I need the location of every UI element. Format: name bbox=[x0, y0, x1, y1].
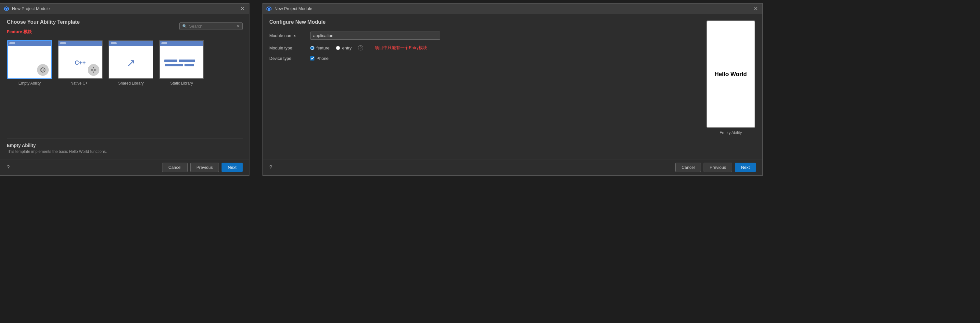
module-name-input[interactable] bbox=[310, 32, 440, 40]
preview-template-label: Empty Ability bbox=[719, 130, 742, 135]
svg-point-12 bbox=[92, 69, 95, 71]
cpp-label: C++ bbox=[75, 59, 86, 66]
device-type-row: Device type: Phone bbox=[269, 56, 756, 61]
radio-feature-input[interactable] bbox=[310, 46, 315, 50]
module-name-row: Module name: bbox=[269, 32, 756, 40]
radio-feature-label: feature bbox=[317, 46, 329, 50]
template-thumb-shared-library: ↗ bbox=[108, 40, 153, 79]
titlebar-left: New Project Module bbox=[3, 6, 50, 12]
search-bar: 🔍 ✕ bbox=[179, 22, 243, 30]
search-icon: 🔍 bbox=[182, 24, 187, 29]
right-footer-buttons: Cancel Previous Next bbox=[675, 163, 756, 172]
svg-point-16 bbox=[95, 70, 96, 70]
shared-icon: ↗ bbox=[127, 57, 135, 69]
svg-point-14 bbox=[93, 72, 94, 72]
template-card-shared-library[interactable]: ↗ Shared Library bbox=[108, 40, 154, 86]
template-name-shared-library: Shared Library bbox=[118, 81, 144, 86]
device-phone-checkbox[interactable] bbox=[310, 56, 315, 61]
right-dialog-content: Configure New Module Module name: Module… bbox=[263, 14, 762, 159]
preview-hello-text: Hello World bbox=[714, 71, 747, 78]
template-card-static-library[interactable]: Static Library bbox=[159, 40, 204, 86]
module-type-row: Module type: feature entry ? 项目中只能有一个Ent… bbox=[269, 45, 756, 51]
right-dialog-footer: ? Cancel Previous Next bbox=[263, 159, 762, 175]
left-dialog-close-button[interactable]: ✕ bbox=[239, 6, 246, 12]
right-titlebar-left: New Project Module bbox=[266, 6, 312, 12]
svg-point-11 bbox=[41, 71, 42, 72]
search-input[interactable] bbox=[189, 24, 234, 29]
left-dialog-footer: ? Cancel Previous Next bbox=[0, 159, 249, 175]
svg-point-9 bbox=[44, 71, 45, 72]
module-type-label: Module type: bbox=[269, 46, 305, 50]
desc-text: This template implements the basic Hello… bbox=[7, 149, 243, 154]
right-help-icon[interactable]: ? bbox=[269, 165, 272, 170]
device-phone-label: Phone bbox=[317, 56, 329, 61]
left-previous-button[interactable]: Previous bbox=[190, 163, 219, 172]
right-dialog-title: New Project Module bbox=[274, 6, 312, 11]
module-name-label: Module name: bbox=[269, 33, 305, 38]
template-card-native-cpp[interactable]: C++ Native C++ bbox=[57, 40, 103, 86]
app-icon bbox=[3, 6, 10, 12]
preview-phone-frame: Hello World bbox=[706, 21, 755, 128]
svg-point-7 bbox=[45, 70, 46, 70]
right-dialog: New Project Module ✕ Configure New Modul… bbox=[262, 3, 763, 176]
left-help-icon[interactable]: ? bbox=[7, 165, 10, 170]
svg-point-4 bbox=[43, 67, 43, 68]
radio-entry-label: entry bbox=[342, 46, 352, 50]
description-area: Empty Ability This template implements t… bbox=[7, 139, 243, 154]
left-footer-buttons: Cancel Previous Next bbox=[162, 163, 243, 172]
svg-point-15 bbox=[91, 70, 92, 70]
template-name-empty-ability: Empty Ability bbox=[19, 81, 41, 86]
empty-ability-icon bbox=[37, 64, 49, 76]
template-thumb-static-library bbox=[159, 40, 204, 79]
left-dialog: New Project Module ✕ Choose Your Ability… bbox=[0, 3, 250, 176]
svg-point-3 bbox=[42, 69, 44, 71]
module-type-radio-group: feature entry ? 项目中只能有一个Entry模块 bbox=[310, 45, 427, 51]
radio-entry-input[interactable] bbox=[336, 46, 340, 50]
left-dialog-content: Choose Your Ability Template Feature 模块 … bbox=[0, 14, 249, 159]
left-cancel-button[interactable]: Cancel bbox=[162, 163, 188, 172]
template-thumb-empty-ability bbox=[7, 40, 52, 79]
svg-point-10 bbox=[44, 68, 45, 69]
right-app-icon bbox=[266, 6, 272, 12]
radio-feature[interactable]: feature bbox=[310, 46, 329, 50]
right-previous-button[interactable]: Previous bbox=[703, 163, 732, 172]
svg-point-13 bbox=[93, 67, 94, 68]
module-type-help-icon[interactable]: ? bbox=[358, 45, 363, 50]
entry-annotation: 项目中只能有一个Entry模块 bbox=[375, 45, 427, 51]
left-dialog-title: New Project Module bbox=[12, 6, 50, 11]
right-next-button[interactable]: Next bbox=[735, 163, 756, 172]
native-cpp-icon bbox=[88, 64, 99, 76]
svg-point-6 bbox=[40, 70, 41, 70]
right-dialog-close-button[interactable]: ✕ bbox=[752, 6, 759, 12]
search-clear-icon[interactable]: ✕ bbox=[237, 24, 240, 29]
right-cancel-button[interactable]: Cancel bbox=[675, 163, 701, 172]
template-card-empty-ability[interactable]: Empty Ability bbox=[7, 40, 52, 86]
svg-point-8 bbox=[41, 68, 42, 69]
left-next-button[interactable]: Next bbox=[221, 163, 243, 172]
right-dialog-titlebar: New Project Module ✕ bbox=[263, 3, 762, 14]
config-form: Module name: Module type: feature entry … bbox=[269, 32, 756, 61]
preview-panel: Hello World Empty Ability bbox=[706, 21, 756, 156]
configure-heading: Configure New Module bbox=[269, 19, 756, 25]
device-phone-checkbox-label[interactable]: Phone bbox=[310, 56, 329, 61]
template-thumb-native-cpp: C++ bbox=[58, 40, 103, 79]
template-name-native-cpp: Native C++ bbox=[70, 81, 90, 86]
desc-title: Empty Ability bbox=[7, 143, 243, 148]
template-name-static-library: Static Library bbox=[170, 81, 193, 86]
svg-point-5 bbox=[43, 72, 43, 72]
template-grid: Empty Ability C++ bbox=[7, 40, 243, 86]
radio-entry[interactable]: entry bbox=[336, 46, 352, 50]
left-dialog-titlebar: New Project Module ✕ bbox=[0, 3, 249, 14]
device-type-label: Device type: bbox=[269, 56, 305, 61]
